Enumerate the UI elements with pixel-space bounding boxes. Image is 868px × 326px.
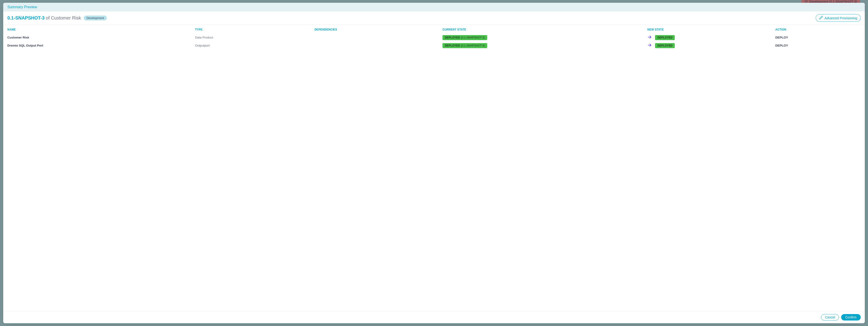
col-dependencies: DEPENDENCIES <box>315 28 442 31</box>
row-name: Customer Risk <box>7 36 195 39</box>
title-product: Customer Risk <box>51 15 81 21</box>
status-label: DEPLOYED <box>657 44 673 47</box>
row-current-state: DEPLOYED (0.1-SNAPSHOT-3) <box>442 43 647 48</box>
advanced-provisioning-button[interactable]: Advanced Provisioning <box>816 14 861 22</box>
deployment-table: NAME TYPE DEPENDENCIES CURRENT STATE NEW… <box>3 25 865 311</box>
summary-preview-modal: Summary Preview 0.1-SNAPSHOT-3 of Custom… <box>3 3 865 323</box>
row-name: Dremio SQL Output Port <box>7 44 195 47</box>
row-new-state: DEPLOYED <box>647 35 775 40</box>
status-badge: DEPLOYED <box>655 35 675 40</box>
status-version: (0.1-SNAPSHOT-3) <box>461 36 485 39</box>
col-new-state: NEW STATE <box>647 28 775 31</box>
col-action: ACTION <box>775 28 861 31</box>
title-left: 0.1-SNAPSHOT-3 of Customer Risk Developm… <box>7 15 107 21</box>
row-type: Outputport <box>195 44 315 47</box>
status-version: (0.1-SNAPSHOT-3) <box>461 44 485 47</box>
status-badge: DEPLOYED (0.1-SNAPSHOT-3) <box>442 43 487 48</box>
col-name: NAME <box>7 28 195 31</box>
table-header: NAME TYPE DEPENDENCIES CURRENT STATE NEW… <box>3 25 865 33</box>
table-row: Dremio SQL Output Port Outputport DEPLOY… <box>3 41 865 50</box>
arrow-right-icon <box>647 43 652 48</box>
pencil-icon <box>819 16 823 20</box>
title-bar: 0.1-SNAPSHOT-3 of Customer Risk Developm… <box>3 11 865 25</box>
modal-header-title: Summary Preview <box>7 5 37 9</box>
status-label: DEPLOYED <box>445 36 460 39</box>
col-current-state: CURRENT STATE <box>442 28 647 31</box>
cancel-button[interactable]: Cancel <box>821 314 839 321</box>
page-title: 0.1-SNAPSHOT-3 of Customer Risk <box>7 15 81 21</box>
modal-header: Summary Preview <box>3 3 865 11</box>
advanced-provisioning-label: Advanced Provisioning <box>825 16 857 20</box>
modal-footer: Cancel Confirm <box>3 311 865 323</box>
row-new-state: DEPLOYED <box>647 43 775 48</box>
col-type: TYPE <box>195 28 315 31</box>
table-row: Customer Risk Data Product DEPLOYED (0.1… <box>3 33 865 41</box>
arrow-right-icon <box>647 35 652 40</box>
status-badge: DEPLOYED (0.1-SNAPSHOT-3) <box>442 35 487 40</box>
status-badge: DEPLOYED <box>655 43 675 48</box>
row-type: Data Product <box>195 36 315 39</box>
status-label: DEPLOYED <box>445 44 460 47</box>
confirm-button[interactable]: Confirm <box>841 314 861 321</box>
status-label: DEPLOYED <box>657 36 673 39</box>
title-of: of <box>46 15 50 21</box>
env-pill: Development <box>84 15 107 21</box>
title-version: 0.1-SNAPSHOT-3 <box>7 15 44 21</box>
row-action: DEPLOY <box>775 44 861 47</box>
row-current-state: DEPLOYED (0.1-SNAPSHOT-3) <box>442 35 647 40</box>
row-action: DEPLOY <box>775 36 861 39</box>
